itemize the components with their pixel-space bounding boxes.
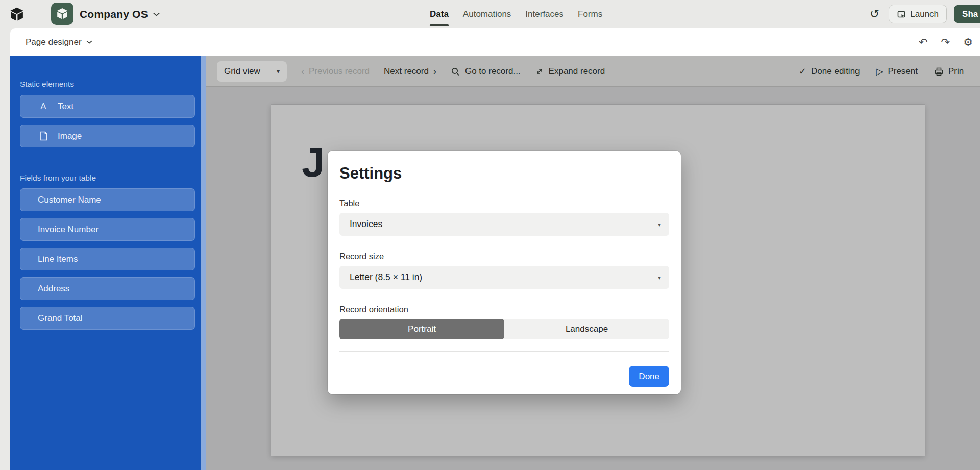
sidebar-field-line-items[interactable]: Line Items [20,248,195,270]
sidebar-item-label: Address [38,284,69,294]
launch-icon [897,10,906,19]
extension-header-bar: Page designer ↶ ↷ ⚙ [10,28,980,56]
previous-record-label: Previous record [309,66,370,77]
static-elements-heading: Static elements [20,80,74,89]
fields-heading: Fields from your table [20,174,96,183]
designer-toolbar: Grid view ▾ ‹ Previous record Next recor… [206,56,980,87]
printer-icon [934,67,944,77]
app-window: Company OS Data Automations Interfaces F… [0,0,980,470]
go-to-record-button[interactable]: Go to record... [451,66,521,77]
caret-down-icon: ▾ [658,274,661,281]
toolbar-left-group: Grid view ▾ ‹ Previous record Next recor… [217,56,605,87]
dialog-footer: Done [339,366,669,387]
dialog-divider [339,351,669,352]
settings-dialog: Settings Table Invoices ▾ Record size Le… [328,151,681,394]
extension-title-menu[interactable]: Page designer [15,28,103,56]
extension-header-actions: ↶ ↷ ⚙ [919,28,973,56]
record-orientation-label: Record orientation [339,305,669,314]
sidebar-item-image[interactable]: Image [20,125,195,147]
sidebar-field-invoice-number[interactable]: Invoice Number [20,218,195,241]
tab-data[interactable]: Data [430,0,449,28]
go-to-record-label: Go to record... [465,66,521,77]
orientation-option-portrait[interactable]: Portrait [339,319,504,339]
expand-icon [535,67,544,76]
chevron-left-icon: ‹ [301,67,304,76]
sidebar-item-label: Customer Name [38,195,101,205]
base-app-icon[interactable] [51,3,74,25]
sidebar-item-label: Invoice Number [38,225,99,235]
gear-icon[interactable]: ⚙ [963,37,973,47]
base-name: Company OS [80,8,148,20]
sidebar-item-text[interactable]: A Text [20,95,195,118]
record-size-label: Record size [339,252,669,261]
page-preview-text: J [302,141,325,183]
launch-label: Launch [910,9,939,19]
caret-down-icon: ▾ [277,68,280,75]
history-icon[interactable]: ↺ [868,7,881,21]
undo-icon[interactable]: ↶ [919,37,928,47]
top-bar: Company OS Data Automations Interfaces F… [0,0,980,28]
next-record-button[interactable]: Next record › [384,66,436,77]
print-button[interactable]: Prin [934,66,964,77]
view-switcher-label: Grid view [224,66,260,77]
sidebar-scrollbar[interactable] [201,56,206,470]
view-switcher-button[interactable]: Grid view ▾ [217,61,287,82]
caret-down-icon: ▾ [658,221,661,228]
play-icon: ▷ [876,67,884,76]
share-button[interactable]: Sha [954,5,980,23]
chevron-right-icon: › [433,67,436,76]
sidebar-item-label: Grand Total [38,313,83,324]
image-icon [38,131,49,141]
print-label: Prin [948,66,964,77]
present-label: Present [888,66,918,77]
done-editing-label: Done editing [811,66,860,77]
dialog-title: Settings [339,164,669,183]
extension-title: Page designer [26,37,82,47]
launch-button[interactable]: Launch [889,5,947,23]
sidebar-item-label: Image [58,131,82,141]
tab-forms[interactable]: Forms [578,0,602,28]
record-size-select-value: Letter (8.5 × 11 in) [350,272,422,283]
check-icon: ✓ [799,67,806,76]
sidebar-field-address[interactable]: Address [20,277,195,300]
done-button[interactable]: Done [629,366,669,387]
present-button[interactable]: ▷ Present [876,66,918,77]
tab-interfaces[interactable]: Interfaces [525,0,564,28]
tab-automations[interactable]: Automations [463,0,511,28]
expand-record-button[interactable]: Expand record [535,66,605,77]
orientation-option-landscape[interactable]: Landscape [504,319,669,339]
table-select[interactable]: Invoices ▾ [339,213,669,236]
table-label: Table [339,199,669,208]
topbar-actions: ↺ Launch Sha [868,0,980,28]
topbar-divider [37,4,37,24]
search-icon [451,67,460,77]
topbar-tabs: Data Automations Interfaces Forms [430,0,602,28]
table-select-value: Invoices [350,219,382,230]
previous-record-button[interactable]: ‹ Previous record [301,66,370,77]
orientation-segmented-control: Portrait Landscape [339,319,669,339]
base-name-menu[interactable]: Company OS [80,0,160,28]
chevron-down-icon [86,40,92,44]
chevron-down-icon [153,12,160,16]
toolbar-right-group: ✓ Done editing ▷ Present Prin [799,56,964,87]
sidebar-item-label: Text [58,102,74,112]
share-label: Sha [962,9,978,19]
next-record-label: Next record [384,66,429,77]
sidebar-field-grand-total[interactable]: Grand Total [20,307,195,330]
designer-sidebar: Static elements A Text Image Fields from… [10,56,206,470]
sidebar-field-customer-name[interactable]: Customer Name [20,188,195,211]
home-logo-icon[interactable] [8,6,26,23]
expand-record-label: Expand record [549,66,605,77]
record-size-select[interactable]: Letter (8.5 × 11 in) ▾ [339,266,669,289]
text-icon: A [38,102,49,112]
sidebar-item-label: Line Items [38,254,78,264]
done-editing-button[interactable]: ✓ Done editing [799,66,860,77]
redo-icon[interactable]: ↷ [941,37,950,47]
